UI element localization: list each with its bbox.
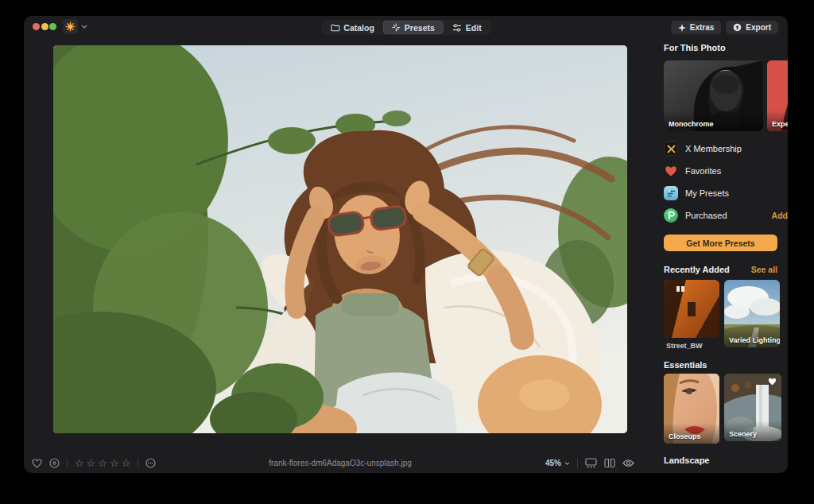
close-window-button[interactable] [33, 23, 40, 30]
status-bar: ☆☆☆☆☆ frank-flores-dm6AdagaO3c-unsplash.… [24, 453, 660, 473]
tab-presets[interactable]: Presets [383, 21, 444, 34]
recently-added-title: Recently Added [664, 265, 730, 274]
preset-card-varied-lighting[interactable]: Varied Lighting [724, 280, 780, 347]
tab-edit-label: Edit [466, 23, 482, 33]
app-window: Catalog Presets Edit Extras [24, 16, 788, 473]
preset-card-street-bw[interactable] [664, 280, 719, 338]
preset-card-label: Varied Lighting [729, 336, 780, 344]
filmstrip-toggle-icon[interactable] [585, 458, 597, 468]
for-this-photo-title: For This Photo [664, 43, 726, 52]
preset-card-label: Street_BW [666, 342, 703, 350]
collection-label: My Presets [685, 188, 788, 198]
compare-before-after-icon[interactable] [604, 458, 615, 468]
minimize-window-button[interactable] [41, 23, 48, 30]
preset-card-closeups[interactable]: Closeups [664, 374, 719, 444]
collection-x-membership[interactable]: X Membership [664, 142, 788, 156]
collection-favorites[interactable]: Favorites [664, 164, 788, 178]
tab-presets-label: Presets [405, 23, 435, 33]
preset-card-experimental[interactable]: Experimental [767, 60, 788, 131]
favorite-heart-icon[interactable] [32, 459, 42, 468]
preset-card-scenery[interactable]: Scenery [724, 374, 781, 441]
collection-my-presets[interactable]: My Presets [664, 186, 788, 200]
favorited-heart-icon[interactable] [768, 378, 777, 386]
preset-card-label: Experimental [772, 120, 788, 128]
collection-purchased[interactable]: Purchased Add [664, 208, 788, 223]
tab-catalog[interactable]: Catalog [321, 21, 383, 34]
app-menu-chevron-down-icon[interactable] [81, 25, 87, 29]
presets-wand-icon [392, 23, 401, 32]
collection-label: X Membership [685, 144, 788, 153]
zoom-window-button[interactable] [49, 23, 56, 30]
presets-sidebar: For This Photo Monochrome Experimen [664, 16, 788, 473]
preset-card-monochrome[interactable]: Monochrome [664, 60, 763, 131]
get-more-presets-button[interactable]: Get More Presets [664, 235, 777, 251]
purchased-icon [664, 208, 678, 223]
zoom-level-dropdown[interactable]: 45% [545, 459, 570, 467]
zoom-level-value: 45% [545, 459, 561, 467]
collection-label: Purchased [685, 211, 765, 220]
preset-card-label: Monochrome [669, 120, 714, 128]
photo-canvas[interactable] [53, 45, 627, 433]
purchased-add-link[interactable]: Add [772, 211, 788, 220]
tab-catalog-label: Catalog [343, 23, 374, 33]
divider [577, 459, 578, 468]
preview-eye-icon[interactable] [622, 459, 634, 467]
folder-icon [330, 24, 339, 32]
street-bw-thumbnail [664, 280, 719, 338]
app-logo-icon[interactable] [63, 19, 78, 34]
tab-edit[interactable]: Edit [444, 21, 490, 34]
preset-card-label: Closeups [669, 432, 701, 440]
my-presets-icon [664, 186, 678, 200]
chevron-down-icon [564, 462, 570, 465]
photo-woman-sunglasses [53, 45, 627, 433]
preset-card-label: Scenery [729, 430, 757, 438]
see-all-link[interactable]: See all [751, 265, 777, 274]
favorites-heart-icon [664, 164, 678, 178]
filename-label: frank-flores-dm6AdagaO3c-unsplash.jpg [53, 459, 627, 467]
essentials-title: Essentials [664, 360, 707, 370]
view-switcher: Catalog Presets Edit [320, 20, 490, 35]
landscape-title: Landscape [664, 456, 709, 465]
x-membership-icon [664, 142, 678, 156]
edit-sliders-icon [452, 24, 462, 32]
collection-label: Favorites [685, 166, 788, 176]
